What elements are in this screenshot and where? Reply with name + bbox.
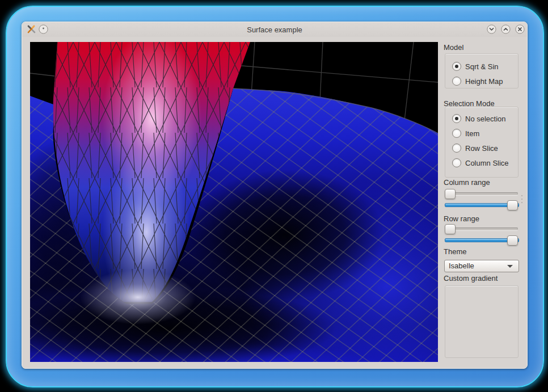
radio-label: Row Slice [465,144,498,153]
radio-item[interactable]: Item [452,129,479,138]
column-range-label: Column range [444,178,490,187]
radio-label: Sqrt & Sin [465,62,499,71]
radio-label: Item [465,129,479,138]
row-range-min-slider[interactable] [445,224,518,234]
combo-dropdown-arrow-icon [507,265,513,268]
row-range-max-slider[interactable] [445,235,518,245]
radio-icon [452,129,461,138]
slider-handle[interactable] [445,224,456,234]
close-button[interactable] [515,24,525,34]
selection-mode-groupbox: No selection Item Row Slice Column Slice [445,107,519,178]
radio-height-map[interactable]: Height Map [452,77,503,86]
custom-gradient-groupbox [445,285,519,358]
slider-handle[interactable] [507,200,518,210]
radio-icon [452,158,461,167]
radio-no-selection[interactable]: No selection [452,114,506,123]
theme-combobox[interactable]: Isabelle [444,260,519,272]
radio-label: No selection [465,115,506,123]
maximize-button[interactable] [501,24,511,34]
surface-3d-view[interactable] [30,42,438,362]
column-range-min-slider[interactable] [445,189,518,199]
slider-handle[interactable] [445,189,456,199]
radio-icon [452,114,461,123]
theme-label: Theme [444,247,466,256]
column-range-max-slider[interactable] [445,200,518,210]
titlebar[interactable]: Surface example [22,22,527,37]
radio-sqrt-sin[interactable]: Sqrt & Sin [452,62,499,71]
radio-icon [452,62,461,71]
peak-base-glow [80,270,196,324]
radio-icon [452,144,461,153]
radio-row-slice[interactable]: Row Slice [452,144,498,153]
model-groupbox: Sqrt & Sin Height Map [445,53,519,88]
app-tools-icon [27,24,36,34]
radio-label: Height Map [465,77,503,86]
custom-gradient-label: Custom gradient [444,274,498,283]
row-range-label: Row range [444,214,479,223]
slider-track[interactable] [445,192,518,195]
radio-label: Column Slice [465,159,509,167]
slider-handle[interactable] [507,235,518,246]
app-window: Surface example [22,22,528,369]
radio-icon [452,77,461,86]
splitter-handle[interactable] [521,195,523,203]
window-title: Surface example [22,22,527,37]
model-group-label: Model [444,43,463,52]
slider-track[interactable] [445,227,518,230]
window-menu-button[interactable] [39,24,48,34]
minimize-button[interactable] [487,24,496,34]
theme-selected-value: Isabelle [449,262,474,270]
radio-column-slice[interactable]: Column Slice [452,158,509,167]
